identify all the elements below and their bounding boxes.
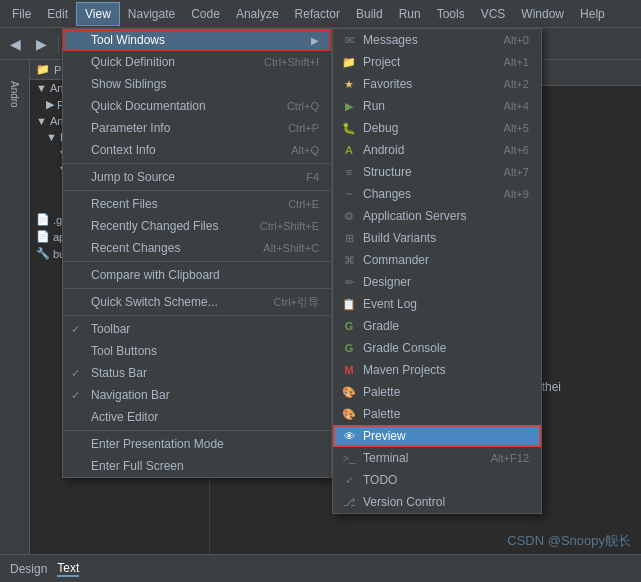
quick-def-left: Quick Definition [71, 55, 175, 69]
tw-palette-label: Palette [363, 385, 400, 399]
view-menu-tool-buttons[interactable]: Tool Buttons [63, 340, 331, 362]
tw-gradle-label: Gradle [363, 319, 399, 333]
tw-preview[interactable]: 👁 Preview [333, 425, 541, 447]
jump-source-left: Jump to Source [71, 170, 175, 184]
view-menu-recently-changed[interactable]: Recently Changed Files Ctrl+Shift+E [63, 215, 331, 237]
menu-view[interactable]: View [76, 2, 120, 26]
menu-tools[interactable]: Tools [429, 3, 473, 25]
tw-gradle-left: G Gradle [341, 318, 399, 334]
view-menu-recent-files[interactable]: Recent Files Ctrl+E [63, 193, 331, 215]
submenu-arrow-icon: ▶ [311, 35, 319, 46]
tw-favorites-left: ★ Favorites [341, 76, 412, 92]
view-menu-active-editor[interactable]: Active Editor [63, 406, 331, 428]
menu-navigate[interactable]: Navigate [120, 3, 183, 25]
tw-palette2[interactable]: 🎨 Palette [333, 403, 541, 425]
tw-messages-left: ✉ Messages [341, 32, 418, 48]
tool-windows-submenu: ✉ Messages Alt+0 📁 Project Alt+1 ★ Favor… [332, 28, 542, 514]
tw-todo-left: ✓ TODO [341, 472, 397, 488]
tw-project-shortcut: Alt+1 [504, 56, 529, 68]
view-menu-toolbar[interactable]: ✓ Toolbar [63, 318, 331, 340]
tw-structure-left: ≡ Structure [341, 164, 412, 180]
palette2-icon: 🎨 [341, 406, 357, 422]
view-menu-compare-clipboard[interactable]: Compare with Clipboard [63, 264, 331, 286]
tw-terminal[interactable]: >_ Terminal Alt+F12 [333, 447, 541, 469]
view-menu-quick-switch[interactable]: Quick Switch Scheme... Ctrl+引导 [63, 291, 331, 313]
bottom-bar-text[interactable]: Text [57, 561, 79, 577]
view-menu-nav-bar[interactable]: ✓ Navigation Bar [63, 384, 331, 406]
view-menu-param-info[interactable]: Parameter Info Ctrl+P [63, 117, 331, 139]
view-menu-status-bar[interactable]: ✓ Status Bar [63, 362, 331, 384]
menu-help[interactable]: Help [572, 3, 613, 25]
version-control-icon: ⎇ [341, 494, 357, 510]
compare-clipboard-label: Compare with Clipboard [91, 268, 220, 282]
menu-refactor[interactable]: Refactor [287, 3, 348, 25]
view-menu-full-screen[interactable]: Enter Full Screen [63, 455, 331, 477]
view-sep-6 [63, 430, 331, 431]
tw-designer[interactable]: ✏ Designer [333, 271, 541, 293]
recent-files-left: Recent Files [71, 197, 158, 211]
toolbar-forward-btn[interactable]: ▶ [30, 33, 52, 55]
view-menu-context-info[interactable]: Context Info Alt+Q [63, 139, 331, 161]
menu-code[interactable]: Code [183, 3, 228, 25]
run-tw-icon: ▶ [341, 98, 357, 114]
recently-changed-label: Recently Changed Files [91, 219, 218, 233]
tw-project-label: Project [363, 55, 400, 69]
changes-icon: ~ [341, 186, 357, 202]
nav-bar-check: ✓ [71, 389, 85, 402]
folder-icon: ▶ [46, 98, 54, 111]
tw-gradle-console[interactable]: G Gradle Console [333, 337, 541, 359]
menu-analyze[interactable]: Analyze [228, 3, 287, 25]
tw-android[interactable]: A Android Alt+6 [333, 139, 541, 161]
bottom-bar-design[interactable]: Design [10, 562, 47, 576]
view-menu-recent-changes[interactable]: Recent Changes Alt+Shift+C [63, 237, 331, 259]
view-menu-show-siblings[interactable]: Show Siblings [63, 73, 331, 95]
view-menu-presentation-mode[interactable]: Enter Presentation Mode [63, 433, 331, 455]
menu-window[interactable]: Window [513, 3, 572, 25]
view-menu-jump-source[interactable]: Jump to Source F4 [63, 166, 331, 188]
menu-build[interactable]: Build [348, 3, 391, 25]
sidebar-android-label[interactable]: Andro [1, 64, 29, 124]
tw-project[interactable]: 📁 Project Alt+1 [333, 51, 541, 73]
tw-maven-label: Maven Projects [363, 363, 446, 377]
tw-event-log[interactable]: 📋 Event Log [333, 293, 541, 315]
recently-changed-left: Recently Changed Files [71, 219, 218, 233]
tw-gradle-console-left: G Gradle Console [341, 340, 446, 356]
tw-todo[interactable]: ✓ TODO [333, 469, 541, 491]
status-bar-label: Status Bar [91, 366, 147, 380]
quick-doc-shortcut: Ctrl+Q [287, 100, 319, 112]
tw-palette[interactable]: 🎨 Palette [333, 381, 541, 403]
tw-structure[interactable]: ≡ Structure Alt+7 [333, 161, 541, 183]
status-bar-left: ✓ Status Bar [71, 366, 147, 380]
view-menu-tool-windows[interactable]: Tool Windows ▶ [63, 29, 331, 51]
view-menu-quick-def[interactable]: Quick Definition Ctrl+Shift+I [63, 51, 331, 73]
tw-preview-label: Preview [363, 429, 406, 443]
jump-source-shortcut: F4 [306, 171, 319, 183]
tw-debug[interactable]: 🐛 Debug Alt+5 [333, 117, 541, 139]
show-siblings-label: Show Siblings [91, 77, 166, 91]
toolbar-back-btn[interactable]: ◀ [4, 33, 26, 55]
tw-gradle[interactable]: G Gradle [333, 315, 541, 337]
tw-app-servers[interactable]: ⚙ Application Servers [333, 205, 541, 227]
view-menu-quick-doc[interactable]: Quick Documentation Ctrl+Q [63, 95, 331, 117]
tw-favorites[interactable]: ★ Favorites Alt+2 [333, 73, 541, 95]
tw-run[interactable]: ▶ Run Alt+4 [333, 95, 541, 117]
tw-version-control[interactable]: ⎇ Version Control [333, 491, 541, 513]
tw-changes[interactable]: ~ Changes Alt+9 [333, 183, 541, 205]
tool-windows-left: Tool Windows [71, 33, 165, 47]
tw-messages[interactable]: ✉ Messages Alt+0 [333, 29, 541, 51]
nav-bar-label: Navigation Bar [91, 388, 170, 402]
tw-maven[interactable]: M Maven Projects [333, 359, 541, 381]
project-tw-icon: 📁 [341, 54, 357, 70]
menu-vcs[interactable]: VCS [473, 3, 514, 25]
menu-file[interactable]: File [4, 3, 39, 25]
tw-build-variants[interactable]: ⊞ Build Variants [333, 227, 541, 249]
app-servers-icon: ⚙ [341, 208, 357, 224]
tw-todo-label: TODO [363, 473, 397, 487]
menu-run[interactable]: Run [391, 3, 429, 25]
file-icon: 🔧 [36, 247, 50, 260]
quick-def-shortcut: Ctrl+Shift+I [264, 56, 319, 68]
tw-gradle-console-label: Gradle Console [363, 341, 446, 355]
menu-edit[interactable]: Edit [39, 3, 76, 25]
tw-commander[interactable]: ⌘ Commander [333, 249, 541, 271]
recent-files-shortcut: Ctrl+E [288, 198, 319, 210]
